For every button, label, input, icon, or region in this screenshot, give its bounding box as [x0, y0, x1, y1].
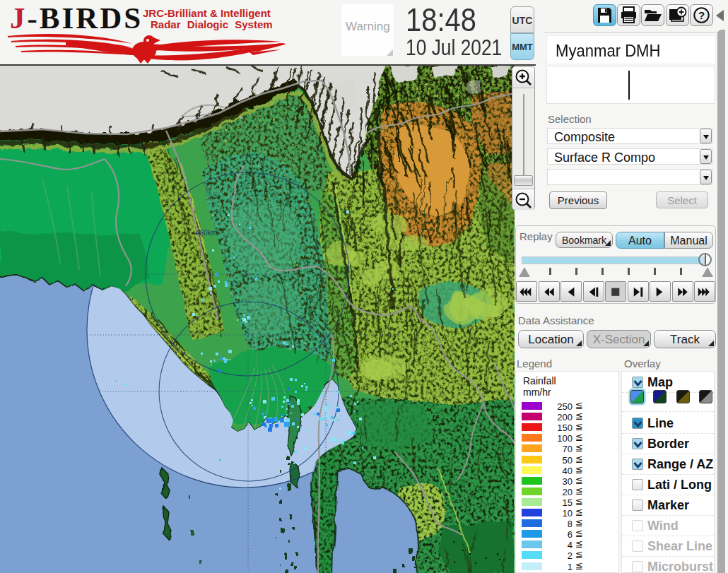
svg-text:450km: 450km: [196, 229, 217, 237]
svg-text:?: ?: [698, 9, 705, 21]
